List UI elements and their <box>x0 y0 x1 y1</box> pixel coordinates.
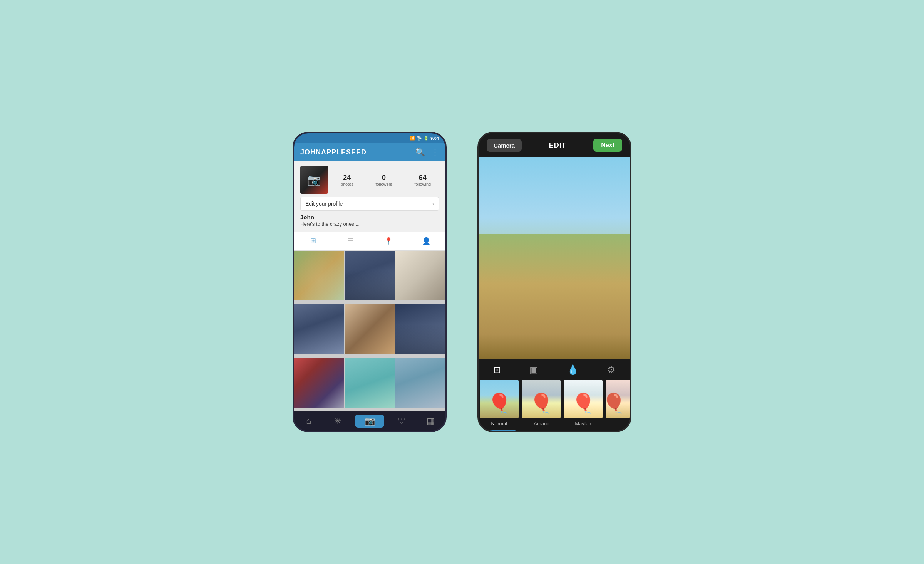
followers-label: followers <box>375 182 392 186</box>
nav-profile[interactable]: ▦ <box>416 416 445 426</box>
following-label: following <box>414 182 431 186</box>
filter-name-amaro: Amaro <box>521 421 561 430</box>
photo-cell[interactable] <box>345 304 394 354</box>
profile-section: 📷 24 photos 0 followers 64 following <box>294 161 445 232</box>
view-tabs: ⊞ ☰ 📍 👤 <box>294 232 445 251</box>
photo-grid <box>294 251 445 411</box>
photos-count: 24 <box>341 174 353 182</box>
time-display: 9:04 <box>430 136 439 141</box>
photo-cell[interactable] <box>395 304 445 354</box>
tiltshift-tool[interactable]: 💧 <box>567 364 579 375</box>
app-header: JOHNAPPLESEED 🔍 ⋮ <box>294 143 445 161</box>
edit-profile-button[interactable]: Edit your profile › <box>300 197 439 211</box>
battery-icon: 🔋 <box>424 136 429 141</box>
edit-profile-label: Edit your profile <box>305 201 343 207</box>
filter-thumb-fourth <box>606 380 630 418</box>
bottom-nav: ⌂ ✳ 📷 ♡ ▦ <box>294 411 445 431</box>
filter-mayfair[interactable]: Mayfair <box>563 380 603 431</box>
photo-cell[interactable] <box>345 251 394 300</box>
next-button[interactable]: Next <box>593 139 622 152</box>
profile-stats: 24 photos 0 followers 64 following <box>333 174 439 186</box>
camera-nav-icon: 📷 <box>365 416 375 426</box>
status-bar: 📶 📡 🔋 9:04 <box>294 133 445 143</box>
grid-icon: ⊞ <box>310 237 316 245</box>
location-icon: 📍 <box>384 237 393 245</box>
photo-preview <box>479 157 630 359</box>
camera-icon: 📷 <box>308 174 321 186</box>
status-icons: 📶 📡 🔋 9:04 <box>410 136 439 141</box>
menu-icon[interactable]: ⋮ <box>431 148 439 157</box>
heart-icon: ♡ <box>398 416 405 426</box>
tab-list[interactable]: ☰ <box>332 232 370 250</box>
followers-count: 0 <box>375 174 392 182</box>
photo-cell[interactable] <box>294 251 344 300</box>
camera-button[interactable]: Camera <box>487 139 522 152</box>
filter-selected-indicator <box>483 430 516 431</box>
explore-icon: ✳ <box>334 416 341 426</box>
android-phone: 📶 📡 🔋 9:04 JOHNAPPLESEED 🔍 ⋮ 📷 24 <box>293 132 447 432</box>
signal-icon: 📡 <box>417 136 422 141</box>
nav-activity[interactable]: ♡ <box>387 416 416 426</box>
tab-map[interactable]: 📍 <box>370 232 407 250</box>
tab-grid[interactable]: ⊞ <box>294 232 332 250</box>
svg-rect-1 <box>479 234 630 359</box>
search-icon[interactable]: 🔍 <box>415 148 425 157</box>
filter-amaro[interactable]: Amaro <box>521 380 561 431</box>
nav-home[interactable]: ⌂ <box>294 416 323 426</box>
filter-fourth[interactable]: ... <box>605 380 630 431</box>
nav-explore[interactable]: ✳ <box>323 416 352 426</box>
avatar[interactable]: 📷 <box>300 166 328 194</box>
header-action-icons: 🔍 ⋮ <box>415 148 439 157</box>
photo-cell[interactable] <box>345 358 394 408</box>
crop-tool[interactable]: ⊡ <box>493 364 501 375</box>
app-title: JOHNAPPLESEED <box>300 148 367 156</box>
filter-name-mayfair: Mayfair <box>563 421 603 430</box>
tab-tagged[interactable]: 👤 <box>407 232 445 250</box>
person-icon: 👤 <box>422 237 430 245</box>
filter-name-fourth: ... <box>605 421 630 430</box>
photo-cell[interactable] <box>395 251 445 300</box>
photo-cell[interactable] <box>395 358 445 408</box>
list-icon: ☰ <box>348 237 354 245</box>
filter-name-normal: Normal <box>479 421 519 430</box>
edit-title: EDIT <box>549 141 566 149</box>
filter-thumb-mayfair <box>564 380 603 418</box>
following-stat[interactable]: 64 following <box>414 174 431 186</box>
frame-tool[interactable]: ▣ <box>529 364 538 375</box>
following-count: 64 <box>414 174 431 182</box>
wifi-icon: 📶 <box>410 136 415 141</box>
filter-normal[interactable]: Normal <box>479 380 519 431</box>
chevron-right-icon: › <box>432 200 434 207</box>
avatar-image: 📷 <box>300 166 328 194</box>
photos-label: photos <box>341 182 353 186</box>
home-icon: ⌂ <box>306 416 311 426</box>
profile-nav-icon: ▦ <box>427 416 435 426</box>
ios-phone: Camera EDIT Next <box>477 132 631 432</box>
profile-row: 📷 24 photos 0 followers 64 following <box>300 166 439 194</box>
photo-cell[interactable] <box>294 304 344 354</box>
followers-stat[interactable]: 0 followers <box>375 174 392 186</box>
brightness-tool[interactable]: ⚙ <box>607 364 616 375</box>
edit-header: Camera EDIT Next <box>479 133 630 157</box>
photo-cell[interactable] <box>294 358 344 408</box>
filter-thumb-normal <box>480 380 519 418</box>
filter-thumb-amaro <box>522 380 561 418</box>
nav-camera[interactable]: 📷 <box>355 415 384 428</box>
edit-tools: ⊡ ▣ 💧 ⚙ <box>479 359 630 378</box>
filter-row: Normal Amaro Mayfair ... <box>479 378 630 431</box>
username: John <box>300 214 439 220</box>
photos-stat[interactable]: 24 photos <box>341 174 353 186</box>
user-bio: Here's to the crazy ones ... <box>300 221 439 227</box>
